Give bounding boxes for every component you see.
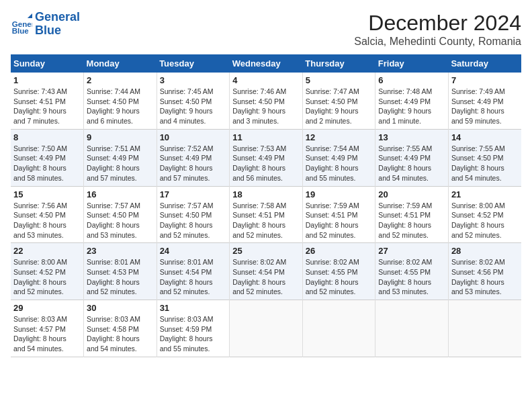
weekday-header-sunday: Sunday xyxy=(11,54,84,73)
day-info: Sunrise: 8:02 AM Sunset: 4:55 PM Dayligh… xyxy=(378,257,445,297)
calendar-cell: 10Sunrise: 7:52 AM Sunset: 4:49 PM Dayli… xyxy=(157,129,230,186)
day-number: 19 xyxy=(306,189,373,199)
day-number: 1 xyxy=(13,75,81,85)
day-number: 12 xyxy=(306,132,373,142)
week-row-3: 15Sunrise: 7:56 AM Sunset: 4:50 PM Dayli… xyxy=(11,186,521,243)
calendar-cell xyxy=(448,300,521,357)
day-info: Sunrise: 8:00 AM Sunset: 4:52 PM Dayligh… xyxy=(451,201,519,240)
weekday-header-row: SundayMondayTuesdayWednesdayThursdayFrid… xyxy=(11,54,521,73)
day-info: Sunrise: 7:51 AM Sunset: 4:49 PM Dayligh… xyxy=(87,144,154,183)
calendar-cell: 30Sunrise: 8:03 AM Sunset: 4:58 PM Dayli… xyxy=(84,300,157,357)
calendar-cell: 22Sunrise: 8:00 AM Sunset: 4:52 PM Dayli… xyxy=(11,243,84,300)
day-info: Sunrise: 8:00 AM Sunset: 4:52 PM Dayligh… xyxy=(13,257,81,297)
weekday-header-saturday: Saturday xyxy=(448,54,521,73)
day-info: Sunrise: 7:57 AM Sunset: 4:50 PM Dayligh… xyxy=(160,201,227,240)
day-number: 15 xyxy=(13,189,81,199)
calendar-cell: 11Sunrise: 7:53 AM Sunset: 4:49 PM Dayli… xyxy=(230,129,303,186)
weekday-header-wednesday: Wednesday xyxy=(230,54,303,73)
day-info: Sunrise: 8:02 AM Sunset: 4:56 PM Dayligh… xyxy=(451,257,519,297)
title-area: December 2024 Salcia, Mehedinti County, … xyxy=(354,11,521,48)
day-info: Sunrise: 7:57 AM Sunset: 4:50 PM Dayligh… xyxy=(87,201,154,240)
day-info: Sunrise: 7:47 AM Sunset: 4:50 PM Dayligh… xyxy=(306,87,373,126)
day-number: 6 xyxy=(378,75,445,85)
weekday-header-monday: Monday xyxy=(84,54,157,73)
month-title: December 2024 xyxy=(354,11,521,36)
day-number: 13 xyxy=(378,132,445,142)
day-info: Sunrise: 8:02 AM Sunset: 4:55 PM Dayligh… xyxy=(306,257,373,297)
week-row-4: 22Sunrise: 8:00 AM Sunset: 4:52 PM Dayli… xyxy=(11,243,521,300)
location-subtitle: Salcia, Mehedinti County, Romania xyxy=(354,36,521,48)
day-number: 14 xyxy=(451,132,519,142)
day-info: Sunrise: 7:43 AM Sunset: 4:51 PM Dayligh… xyxy=(13,87,81,126)
calendar-cell: 8Sunrise: 7:50 AM Sunset: 4:49 PM Daylig… xyxy=(11,129,84,186)
weekday-header-thursday: Thursday xyxy=(302,54,375,73)
day-number: 2 xyxy=(87,75,154,85)
header: General Blue General Blue December 2024 … xyxy=(11,11,521,48)
day-info: Sunrise: 8:01 AM Sunset: 4:53 PM Dayligh… xyxy=(87,257,154,297)
calendar-cell: 3Sunrise: 7:45 AM Sunset: 4:50 PM Daylig… xyxy=(157,73,230,129)
day-number: 22 xyxy=(13,246,81,256)
calendar-cell: 26Sunrise: 8:02 AM Sunset: 4:55 PM Dayli… xyxy=(302,243,375,300)
day-number: 20 xyxy=(378,189,445,199)
day-number: 29 xyxy=(13,303,81,313)
calendar-cell: 1Sunrise: 7:43 AM Sunset: 4:51 PM Daylig… xyxy=(11,73,84,129)
day-info: Sunrise: 7:49 AM Sunset: 4:49 PM Dayligh… xyxy=(451,87,519,126)
day-info: Sunrise: 7:46 AM Sunset: 4:50 PM Dayligh… xyxy=(232,87,300,126)
calendar-cell xyxy=(230,300,303,357)
day-info: Sunrise: 7:56 AM Sunset: 4:50 PM Dayligh… xyxy=(13,201,81,240)
calendar-cell: 23Sunrise: 8:01 AM Sunset: 4:53 PM Dayli… xyxy=(84,243,157,300)
calendar-cell: 4Sunrise: 7:46 AM Sunset: 4:50 PM Daylig… xyxy=(230,73,303,129)
day-number: 10 xyxy=(160,132,227,142)
calendar-cell: 5Sunrise: 7:47 AM Sunset: 4:50 PM Daylig… xyxy=(302,73,375,129)
day-number: 31 xyxy=(160,303,227,313)
day-number: 3 xyxy=(160,75,227,85)
day-number: 5 xyxy=(306,75,373,85)
calendar-cell: 12Sunrise: 7:54 AM Sunset: 4:49 PM Dayli… xyxy=(302,129,375,186)
day-number: 8 xyxy=(13,132,81,142)
calendar-table: SundayMondayTuesdayWednesdayThursdayFrid… xyxy=(11,54,521,357)
day-info: Sunrise: 7:44 AM Sunset: 4:50 PM Dayligh… xyxy=(87,87,154,126)
calendar-cell: 13Sunrise: 7:55 AM Sunset: 4:49 PM Dayli… xyxy=(375,129,449,186)
day-info: Sunrise: 7:52 AM Sunset: 4:49 PM Dayligh… xyxy=(160,144,227,183)
day-info: Sunrise: 7:55 AM Sunset: 4:50 PM Dayligh… xyxy=(451,144,519,183)
logo: General Blue General Blue xyxy=(11,11,80,38)
calendar-cell: 20Sunrise: 7:59 AM Sunset: 4:51 PM Dayli… xyxy=(375,186,449,243)
weekday-header-tuesday: Tuesday xyxy=(157,54,230,73)
day-info: Sunrise: 7:59 AM Sunset: 4:51 PM Dayligh… xyxy=(378,201,445,240)
day-info: Sunrise: 8:01 AM Sunset: 4:54 PM Dayligh… xyxy=(160,257,227,297)
day-number: 9 xyxy=(87,132,154,142)
day-number: 11 xyxy=(232,132,300,142)
day-info: Sunrise: 7:48 AM Sunset: 4:49 PM Dayligh… xyxy=(378,87,445,126)
day-number: 16 xyxy=(87,189,154,199)
calendar-cell: 19Sunrise: 7:59 AM Sunset: 4:51 PM Dayli… xyxy=(302,186,375,243)
day-info: Sunrise: 7:59 AM Sunset: 4:51 PM Dayligh… xyxy=(306,201,373,240)
svg-marker-2 xyxy=(28,13,32,18)
day-info: Sunrise: 8:03 AM Sunset: 4:59 PM Dayligh… xyxy=(160,314,227,354)
day-number: 23 xyxy=(87,246,154,256)
calendar-cell: 28Sunrise: 8:02 AM Sunset: 4:56 PM Dayli… xyxy=(448,243,521,300)
calendar-cell xyxy=(302,300,375,357)
calendar-cell: 31Sunrise: 8:03 AM Sunset: 4:59 PM Dayli… xyxy=(157,300,230,357)
day-number: 4 xyxy=(232,75,300,85)
calendar-cell: 27Sunrise: 8:02 AM Sunset: 4:55 PM Dayli… xyxy=(375,243,449,300)
weekday-header-friday: Friday xyxy=(375,54,449,73)
day-number: 30 xyxy=(87,303,154,313)
day-number: 17 xyxy=(160,189,227,199)
calendar-cell: 9Sunrise: 7:51 AM Sunset: 4:49 PM Daylig… xyxy=(84,129,157,186)
day-number: 24 xyxy=(160,246,227,256)
day-number: 26 xyxy=(306,246,373,256)
day-number: 21 xyxy=(451,189,519,199)
week-row-1: 1Sunrise: 7:43 AM Sunset: 4:51 PM Daylig… xyxy=(11,73,521,129)
calendar-cell: 29Sunrise: 8:03 AM Sunset: 4:57 PM Dayli… xyxy=(11,300,84,357)
day-info: Sunrise: 7:55 AM Sunset: 4:49 PM Dayligh… xyxy=(378,144,445,183)
day-number: 28 xyxy=(451,246,519,256)
day-number: 18 xyxy=(232,189,300,199)
calendar-cell: 15Sunrise: 7:56 AM Sunset: 4:50 PM Dayli… xyxy=(11,186,84,243)
week-row-5: 29Sunrise: 8:03 AM Sunset: 4:57 PM Dayli… xyxy=(11,300,521,357)
logo-text-line2: Blue xyxy=(35,24,80,38)
day-number: 25 xyxy=(232,246,300,256)
day-info: Sunrise: 7:53 AM Sunset: 4:49 PM Dayligh… xyxy=(232,144,300,183)
day-info: Sunrise: 7:50 AM Sunset: 4:49 PM Dayligh… xyxy=(13,144,81,183)
calendar-cell: 14Sunrise: 7:55 AM Sunset: 4:50 PM Dayli… xyxy=(448,129,521,186)
week-row-2: 8Sunrise: 7:50 AM Sunset: 4:49 PM Daylig… xyxy=(11,129,521,186)
